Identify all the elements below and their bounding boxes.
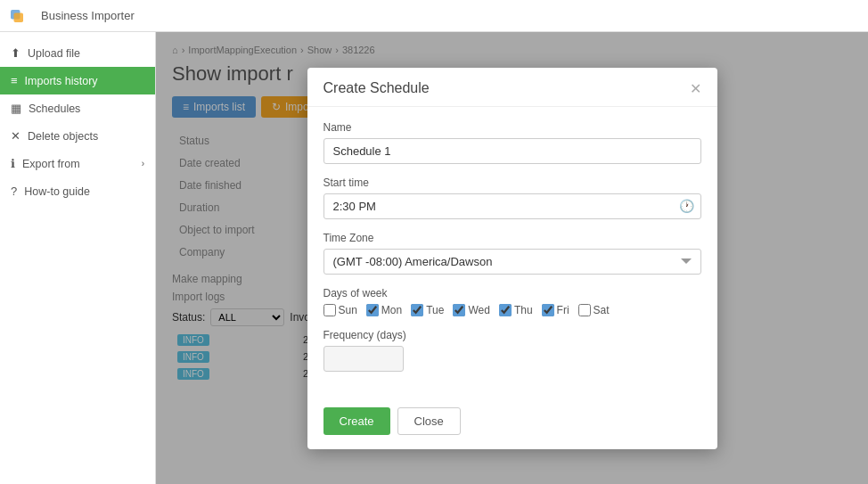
sidebar-item-label: How-to guide bbox=[24, 185, 90, 198]
frequency-input[interactable] bbox=[323, 346, 404, 372]
sidebar-item-label: Upload file bbox=[28, 47, 80, 60]
day-sun-checkbox[interactable] bbox=[323, 304, 336, 316]
day-thu-checkbox[interactable] bbox=[499, 304, 512, 316]
day-mon: Mon bbox=[366, 304, 402, 316]
app-logo: Business Importer bbox=[11, 7, 135, 25]
upload-icon: ⬆ bbox=[11, 46, 20, 60]
day-tue-label: Tue bbox=[426, 304, 444, 316]
chevron-right-icon: › bbox=[142, 159, 144, 168]
start-time-field-group: Start time 🕐 bbox=[323, 176, 701, 219]
sidebar-item-label: Imports history bbox=[25, 75, 98, 87]
day-sun: Sun bbox=[323, 304, 357, 316]
close-button[interactable]: Close bbox=[397, 407, 461, 435]
modal-overlay: Create Schedule ✕ Name Start time 🕐 bbox=[156, 32, 868, 484]
sidebar-item-label: Schedules bbox=[29, 103, 80, 115]
delete-icon: ✕ bbox=[11, 129, 20, 143]
clock-icon: 🕐 bbox=[679, 199, 694, 213]
modal-body: Name Start time 🕐 Time Zone (GMT - bbox=[307, 107, 717, 398]
days-of-week-label: Days of week bbox=[323, 287, 701, 299]
day-wed-checkbox[interactable] bbox=[453, 304, 465, 316]
sidebar-item-delete-objects[interactable]: ✕ Delete objects bbox=[0, 122, 155, 150]
name-input[interactable] bbox=[323, 138, 701, 164]
start-time-input-wrapper: 🕐 bbox=[323, 193, 701, 219]
start-time-input[interactable] bbox=[323, 193, 701, 219]
day-sat-checkbox[interactable] bbox=[578, 304, 591, 316]
days-of-week-group: Days of week Sun Mon bbox=[323, 287, 701, 316]
start-time-label: Start time bbox=[323, 176, 701, 189]
name-label: Name bbox=[323, 121, 701, 134]
topbar: Business Importer bbox=[0, 0, 868, 32]
create-button[interactable]: Create bbox=[323, 407, 390, 435]
modal-title: Create Schedule bbox=[323, 80, 430, 96]
day-tue-checkbox[interactable] bbox=[411, 304, 423, 316]
sidebar-item-how-to[interactable]: ? How-to guide bbox=[0, 177, 155, 205]
day-thu: Thu bbox=[499, 304, 533, 316]
day-fri: Fri bbox=[542, 304, 569, 316]
svg-rect-1 bbox=[14, 12, 24, 22]
question-icon: ? bbox=[11, 185, 17, 198]
day-thu-label: Thu bbox=[514, 304, 533, 316]
sidebar-item-label: Export from bbox=[22, 158, 80, 170]
day-fri-checkbox[interactable] bbox=[542, 304, 554, 316]
sidebar-item-label: Delete objects bbox=[28, 130, 98, 143]
name-field-group: Name bbox=[323, 121, 701, 164]
create-schedule-modal: Create Schedule ✕ Name Start time 🕐 bbox=[307, 68, 717, 449]
modal-footer: Create Close bbox=[307, 398, 717, 449]
timezone-field-group: Time Zone (GMT -08:00) America/Dawson (G… bbox=[323, 232, 701, 275]
day-tue: Tue bbox=[411, 304, 444, 316]
day-wed-label: Wed bbox=[468, 304, 489, 316]
modal-header: Create Schedule ✕ bbox=[307, 68, 717, 107]
logo-icon bbox=[11, 7, 36, 25]
sidebar-item-schedules[interactable]: ▦ Schedules bbox=[0, 94, 155, 122]
days-row: Sun Mon Tue bbox=[323, 304, 701, 316]
day-sat: Sat bbox=[578, 304, 610, 316]
day-wed: Wed bbox=[453, 304, 489, 316]
app-title: Business Importer bbox=[41, 9, 135, 22]
main-content: ⌂ › ImportMappingExecution › Show › 3812… bbox=[156, 32, 868, 484]
day-mon-label: Mon bbox=[381, 304, 402, 316]
frequency-label: Frequency (days) bbox=[323, 329, 701, 341]
grid-icon: ▦ bbox=[11, 102, 21, 115]
day-sat-label: Sat bbox=[594, 304, 610, 316]
sidebar-item-imports-history[interactable]: ≡ Imports history bbox=[0, 67, 155, 94]
list-icon: ≡ bbox=[11, 74, 18, 87]
timezone-label: Time Zone bbox=[323, 232, 701, 244]
day-mon-checkbox[interactable] bbox=[366, 304, 379, 316]
sidebar: ⬆ Upload file ≡ Imports history ▦ Schedu… bbox=[0, 32, 156, 484]
timezone-select[interactable]: (GMT -08:00) America/Dawson (GMT -07:00)… bbox=[323, 249, 701, 275]
frequency-field-group: Frequency (days) bbox=[323, 329, 701, 372]
sidebar-item-upload[interactable]: ⬆ Upload file bbox=[0, 39, 155, 67]
day-fri-label: Fri bbox=[557, 304, 569, 316]
info-icon: ℹ bbox=[11, 157, 15, 170]
modal-close-button[interactable]: ✕ bbox=[690, 80, 701, 97]
day-sun-label: Sun bbox=[339, 304, 357, 316]
sidebar-item-export-from[interactable]: ℹ Export from › bbox=[0, 150, 155, 177]
layout: ⬆ Upload file ≡ Imports history ▦ Schedu… bbox=[0, 32, 868, 484]
